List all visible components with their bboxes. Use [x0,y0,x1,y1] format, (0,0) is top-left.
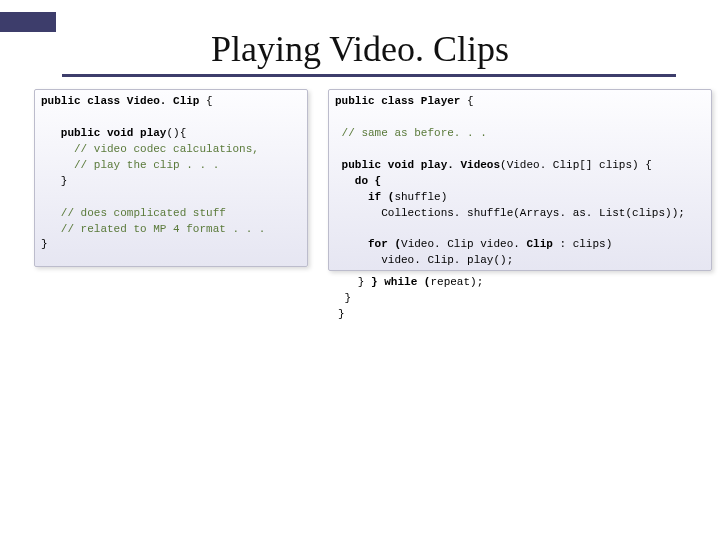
paren: (){ [166,127,186,139]
method-name: play. Videos [421,159,500,171]
kw-public: public class [335,95,421,107]
comment: // does complicated stuff [61,207,226,219]
sig: (Video. Clip[] clips) { [500,159,652,171]
paren: ); [470,276,483,288]
stmt: video. Clip. play(); [381,254,513,266]
code-block-videoclip: public class Video. Clip { public void p… [34,89,308,267]
fortype: Video. Clip video. [401,238,526,250]
brace: { [199,95,212,107]
var: repeat [430,276,470,288]
title-rule [62,74,676,77]
paren: ) [441,191,448,203]
kw-public-void: public void [342,159,421,171]
stmt: Collections. shuffle(Arrays. as. List(cl… [381,207,685,219]
code-block-player: public class Player { // same as before.… [328,89,712,271]
kw-while: } while ( [371,276,430,288]
kw-for: for ( [368,238,401,250]
comment: // video codec calculations, [74,143,259,155]
comment: // play the clip . . . [74,159,219,171]
brace: { [460,95,473,107]
comment: // same as before. . . [342,127,487,139]
kw-public-void: public void [61,127,140,139]
brace: } [338,308,345,320]
brace: } [345,292,352,304]
class-name: Player [421,95,461,107]
class-name: Video. Clip [127,95,200,107]
method-name: play [140,127,166,139]
comment: // related to MP 4 format . . . [61,223,266,235]
brace: } [61,175,68,187]
accent-tab [0,12,56,32]
var: shuffle [394,191,440,203]
slide-title: Playing Video. Clips [0,28,720,70]
kw-public: public class [41,95,127,107]
kw-if: if ( [368,191,394,203]
code-trailing: } } while (repeat); } } [338,275,483,323]
kw-do: do { [355,175,381,187]
brace: } [41,238,48,250]
brace: } [358,276,365,288]
forpost: : clips) [553,238,612,250]
forvar: Clip [526,238,552,250]
